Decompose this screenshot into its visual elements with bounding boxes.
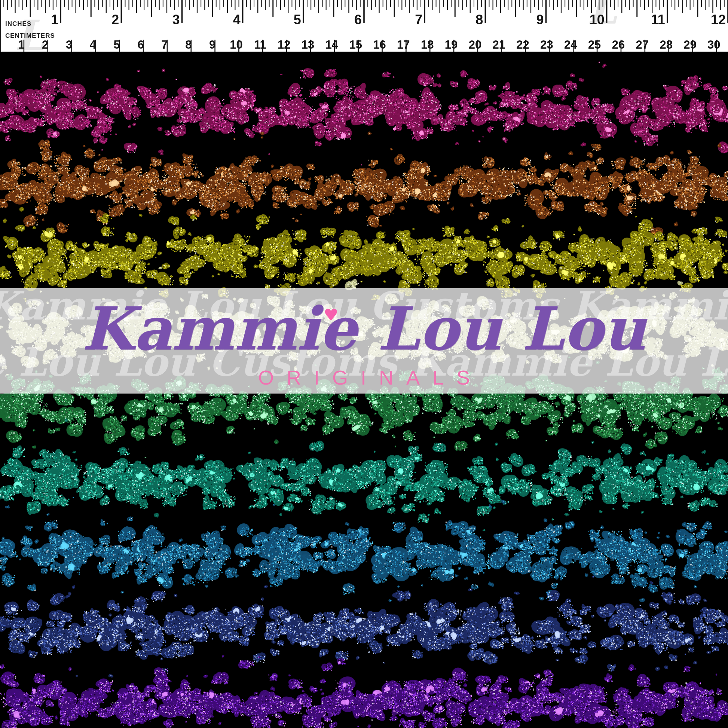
cm-number: 24: [564, 38, 577, 52]
cm-number: 18: [421, 38, 434, 52]
cm-number: 17: [397, 38, 410, 52]
inch-number: 1: [51, 12, 58, 28]
cm-number: 28: [659, 38, 672, 52]
cm-number: 5: [114, 38, 120, 52]
cm-number: 22: [516, 38, 529, 52]
cm-number: 15: [349, 38, 362, 52]
cm-number: 8: [185, 38, 191, 52]
cm-number: 20: [469, 38, 482, 52]
watermark-band: Kammie Lou Lou Customs Kammie Lou Lou Cu…: [0, 288, 728, 393]
cm-number: 12: [278, 38, 290, 52]
inch-number: 11: [651, 12, 665, 28]
cm-number: 16: [373, 38, 386, 52]
cm-number: 2: [42, 38, 48, 52]
cm-number: 9: [209, 38, 216, 52]
heart-icon: ♥: [324, 305, 338, 324]
brand-subtext: ORIGINALS: [0, 366, 728, 389]
cm-number: 26: [612, 38, 625, 52]
cm-number: 1: [18, 38, 24, 52]
inch-number: 5: [294, 12, 301, 28]
inch-number: 12: [711, 12, 726, 28]
cm-number: 19: [445, 38, 457, 52]
inch-number: 9: [536, 12, 544, 28]
inch-number: 8: [476, 12, 483, 28]
cm-number: 25: [588, 38, 601, 52]
inches-label: INCHES: [5, 20, 31, 28]
inch-number: 3: [172, 12, 180, 28]
cm-number: 29: [684, 38, 696, 52]
cm-number: 21: [492, 38, 505, 52]
cm-number: 27: [636, 38, 649, 52]
brand-logo-text: Kammie Lou Lou: [0, 294, 728, 363]
inch-number: 10: [590, 12, 604, 28]
cm-number: 6: [137, 38, 144, 52]
brand-logo: Kammie Lou Lou ♥ ORIGINALS: [0, 288, 728, 393]
cm-number: 7: [161, 38, 168, 52]
cm-number: 10: [230, 38, 242, 52]
fabric-swatch-preview: L L INCHES CENTIMETERS 123456789101112 1…: [0, 0, 728, 728]
cm-number: 14: [326, 38, 338, 52]
cm-number: 30: [707, 38, 720, 52]
cm-number: 13: [301, 38, 314, 52]
inch-number: 2: [112, 12, 119, 28]
cm-number: 4: [90, 38, 96, 52]
inch-number: 4: [233, 12, 240, 28]
cm-number: 11: [254, 38, 266, 52]
cm-number: 23: [540, 38, 553, 52]
inch-number: 7: [415, 12, 422, 28]
inch-number: 6: [354, 12, 362, 28]
ruler: L L INCHES CENTIMETERS 123456789101112 1…: [0, 0, 728, 52]
cm-number: 3: [66, 38, 72, 52]
